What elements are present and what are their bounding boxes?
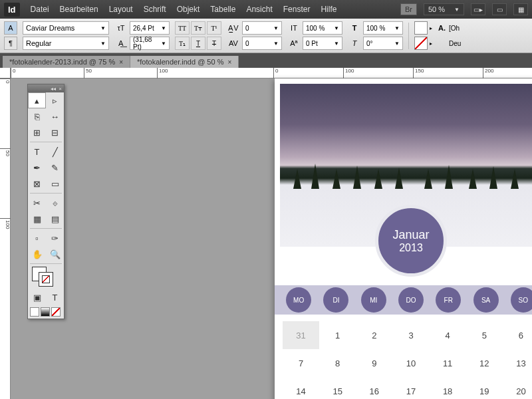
gradient-swatch-tool[interactable]: ▦ (28, 211, 46, 227)
kerning-input[interactable]: 0▼ (242, 21, 282, 35)
calendar-cell[interactable]: 18 (430, 377, 466, 399)
superscript-button[interactable]: T¹ (207, 21, 221, 35)
calendar-cell[interactable]: 15 (319, 377, 356, 399)
underline-button[interactable]: T (191, 37, 205, 50)
tracking-input[interactable]: 0▼ (242, 37, 282, 50)
calendar-cell[interactable]: 19 (466, 377, 503, 399)
calendar-cell[interactable]: 10 (392, 349, 429, 377)
font-style-select[interactable]: Regular▼ (23, 37, 109, 50)
menu-tabelle[interactable]: Tabelle (210, 5, 235, 14)
horizontal-ruler[interactable]: 0 50 100 0 100 150 200 (11, 68, 532, 78)
calendar-cell[interactable]: 9 (356, 349, 392, 377)
tools-panel-header[interactable]: ◂◂× (28, 84, 64, 92)
selection-tool[interactable]: ▴ (28, 92, 46, 108)
rectangle-frame-tool[interactable]: ⊠ (28, 176, 46, 192)
content-collector-tool[interactable]: ⊞ (28, 124, 46, 140)
menu-hilfe[interactable]: Hilfe (321, 5, 336, 14)
gap-tool[interactable]: ↔ (46, 108, 64, 124)
paragraph-mode-button[interactable]: ¶ (4, 37, 17, 50)
note-tool[interactable]: ▫ (28, 230, 46, 246)
eyedropper-tool[interactable]: ✑ (46, 230, 64, 246)
allcaps-button[interactable]: TT (175, 21, 190, 35)
apply-none-button[interactable] (51, 307, 61, 317)
calendar-cell[interactable]: 4 (430, 321, 466, 349)
type-tool[interactable]: T (28, 144, 46, 160)
calendar-photo[interactable]: Januar 2013 (280, 84, 532, 247)
collapse-icon[interactable]: ◂◂ (51, 86, 56, 92)
month-badge[interactable]: Januar 2013 (375, 205, 447, 277)
free-transform-tool[interactable]: ⟐ (46, 195, 64, 211)
fill-stroke-swatches[interactable] (28, 265, 64, 289)
menu-fenster[interactable]: Fenster (283, 5, 311, 14)
stroke-color[interactable] (39, 272, 53, 287)
day-do: DO (398, 287, 424, 313)
vertical-ruler[interactable]: 0 50 100 (0, 78, 11, 399)
rectangle-tool[interactable]: ▭ (46, 176, 64, 192)
calendar-cell[interactable]: 1 (319, 321, 356, 349)
calendar-cell[interactable]: 20 (503, 377, 532, 399)
calendar-cell[interactable]: 31 (283, 321, 319, 349)
calendar-cell[interactable]: 13 (503, 349, 532, 377)
menu-objekt[interactable]: Objekt (177, 5, 200, 14)
calendar-cell[interactable]: 6 (503, 321, 532, 349)
menu-layout[interactable]: Layout (109, 5, 133, 14)
scissors-tool[interactable]: ✂ (28, 195, 46, 211)
menu-datei[interactable]: Datei (31, 5, 49, 14)
page-tool[interactable]: ⎘ (28, 108, 46, 124)
close-icon[interactable]: × (59, 86, 62, 92)
charstyle-label[interactable]: [Oh (449, 25, 460, 32)
character-mode-button[interactable]: A (4, 21, 17, 35)
formatting-text-button[interactable]: T (46, 289, 64, 305)
font-size-icon: τT (114, 21, 128, 35)
calendar-cell[interactable]: 2 (356, 321, 392, 349)
vscale-input[interactable]: 100 %▼ (303, 21, 342, 35)
menu-bearbeiten[interactable]: Bearbeiten (60, 5, 98, 14)
document-page[interactable]: Januar 2013 MO DI MI DO FR SA SO 3112345… (275, 78, 532, 399)
zoom-level-select[interactable]: 50 %▼ (424, 3, 464, 15)
pencil-tool[interactable]: ✎ (46, 160, 64, 176)
view-mode-icon[interactable]: ▭▸ (471, 3, 485, 15)
calendar-cell[interactable]: 8 (319, 349, 356, 377)
calendar-cell[interactable]: 11 (430, 349, 466, 377)
bridge-button[interactable]: Br (400, 3, 417, 15)
close-icon[interactable]: × (119, 59, 123, 66)
arrange-icon[interactable]: ▦ (513, 3, 528, 15)
doc-tab-1[interactable]: *fotokalender-2013.indd @ 75 %× (3, 56, 130, 68)
pen-tool[interactable]: ✒ (28, 160, 46, 176)
screen-mode-icon[interactable]: ▭ (492, 3, 507, 15)
font-family-select[interactable]: Caviar Dreams▼ (23, 21, 109, 35)
apply-gradient-button[interactable] (41, 307, 50, 317)
calendar-cell[interactable]: 7 (283, 349, 319, 377)
close-icon[interactable]: × (227, 59, 231, 66)
doc-tab-2[interactable]: *fotokalender.indd @ 50 %× (130, 56, 239, 68)
menu-ansicht[interactable]: Ansicht (246, 5, 272, 14)
zoom-tool[interactable]: 🔍 (46, 246, 64, 262)
calendar-cell[interactable]: 16 (356, 377, 392, 399)
line-tool[interactable]: ╱ (46, 144, 64, 160)
calendar-cell[interactable]: 3 (392, 321, 429, 349)
skew-input[interactable]: 0°▼ (363, 37, 403, 50)
hand-tool[interactable]: ✋ (28, 246, 46, 262)
fill-swatch[interactable] (414, 21, 428, 35)
calendar-cell[interactable]: 17 (392, 377, 429, 399)
leading-input[interactable]: (31,68 Pt)▼ (130, 37, 170, 50)
content-placer-tool[interactable]: ⊟ (46, 124, 64, 140)
smallcaps-button[interactable]: Tᴛ (191, 21, 205, 35)
strike-button[interactable]: T (207, 37, 221, 50)
subscript-button[interactable]: T₁ (175, 37, 190, 50)
tools-panel: ◂◂× ▴ ▹ ⎘ ↔ ⊞ ⊟ T ╱ ✒ ✎ ⊠ ▭ ✂ ⟐ ▦ ▤ ▫ ✑ … (27, 84, 65, 319)
workspace[interactable]: ◂◂× ▴ ▹ ⎘ ↔ ⊞ ⊟ T ╱ ✒ ✎ ⊠ ▭ ✂ ⟐ ▦ ▤ ▫ ✑ … (11, 78, 532, 399)
stroke-swatch[interactable] (414, 37, 428, 50)
apply-color-button[interactable] (30, 307, 39, 317)
calendar-cell[interactable]: 14 (283, 377, 319, 399)
menu-schrift[interactable]: Schrift (144, 5, 166, 14)
gradient-feather-tool[interactable]: ▤ (46, 211, 64, 227)
calendar-cell[interactable]: 12 (466, 349, 503, 377)
hscale-input[interactable]: 100 %▼ (363, 21, 403, 35)
direct-selection-tool[interactable]: ▹ (46, 92, 64, 108)
font-size-input[interactable]: 26,4 Pt▼ (130, 21, 170, 35)
baseline-input[interactable]: 0 Pt▼ (303, 37, 342, 50)
calendar-cell[interactable]: 5 (466, 321, 503, 349)
formatting-container-button[interactable]: ▣ (28, 289, 46, 305)
language-select[interactable]: Deu (449, 40, 461, 47)
